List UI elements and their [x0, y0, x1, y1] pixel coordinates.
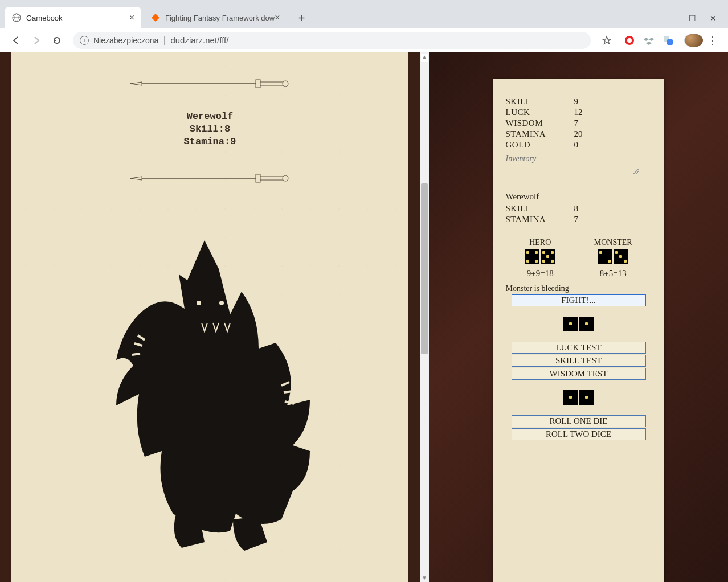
kebab-menu-icon[interactable]: ⋮ — [707, 34, 718, 47]
fight-button[interactable]: FIGHT!... — [512, 294, 646, 306]
die-icon — [563, 390, 578, 405]
close-icon[interactable]: × — [275, 13, 280, 23]
star-icon[interactable] — [599, 32, 615, 48]
character-sheet-pane: SKILL9 LUCK12 WISDOM7 STAMINA20 GOLD0 We… — [429, 52, 728, 582]
svg-point-20 — [197, 301, 201, 305]
monster-combat-column: MONSTER 8+5=13 — [594, 238, 632, 278]
url-box[interactable]: i Niezabezpieczona dudziarz.net/fff/ — [73, 32, 591, 49]
svg-point-18 — [139, 331, 179, 366]
svg-rect-11 — [260, 82, 283, 85]
extensions — [624, 35, 674, 46]
forward-button[interactable] — [28, 32, 44, 48]
tab-title: Fighting Fantasy Framework dow — [165, 14, 275, 22]
sword-divider-icon — [125, 69, 296, 98]
werewolf-illustration — [91, 235, 330, 554]
browser-titlebar: Gamebook × Fighting Fantasy Framework do… — [0, 0, 728, 28]
close-icon[interactable]: × — [129, 13, 134, 23]
scrollbar-thumb[interactable] — [421, 183, 428, 354]
luck-test-button[interactable]: LUCK TEST — [512, 342, 646, 354]
svg-point-12 — [283, 81, 288, 87]
maximize-icon[interactable]: ☐ — [689, 14, 696, 23]
enemy-name: Werewolf — [11, 110, 408, 123]
url-text: dudziarz.net/fff/ — [170, 35, 228, 45]
scroll-up-icon[interactable]: ▲ — [422, 54, 427, 60]
tab-title: Gamebook — [26, 14, 63, 22]
die-icon — [541, 249, 555, 264]
die-icon — [579, 317, 594, 331]
svg-point-17 — [283, 175, 288, 181]
stat-row: SKILL8 — [506, 204, 652, 214]
die-icon — [614, 249, 628, 264]
svg-rect-15 — [256, 174, 260, 182]
profile-avatar[interactable] — [684, 34, 703, 47]
hero-calc: 9+9=18 — [525, 269, 555, 278]
die-icon — [598, 249, 612, 264]
story-pane: Werewolf Skill:8 Stamina:9 — [0, 52, 420, 582]
die-icon — [563, 317, 578, 331]
svg-rect-7 — [667, 39, 673, 45]
svg-marker-14 — [130, 177, 142, 180]
roll-two-button[interactable]: ROLL TWO DICE — [512, 428, 646, 440]
enemy-stamina: Stamina:9 — [11, 136, 408, 148]
svg-marker-9 — [130, 82, 142, 85]
die-icon — [579, 390, 594, 405]
svg-rect-10 — [256, 80, 260, 88]
back-button[interactable] — [8, 32, 24, 48]
svg-point-5 — [627, 38, 632, 43]
skill-test-button[interactable]: SKILL TEST — [512, 355, 646, 367]
combat-section: HERO 9+9=18 MONSTER 8+5=13 — [506, 238, 652, 306]
enemy-stat-block: Werewolf Skill:8 Stamina:9 — [11, 110, 408, 148]
test-dice-display — [506, 317, 652, 331]
browser-address-bar: i Niezabezpieczona dudziarz.net/fff/ ⋮ — [0, 28, 728, 52]
globe-icon — [11, 13, 22, 23]
enemy-skill: Skill:8 — [11, 123, 408, 136]
stat-row: STAMINA20 — [506, 129, 652, 139]
hero-combat-column: HERO 9+9=18 — [525, 238, 555, 278]
close-window-icon[interactable]: ✕ — [710, 14, 717, 23]
wisdom-test-button[interactable]: WISDOM TEST — [512, 368, 646, 380]
translate-icon[interactable] — [662, 35, 674, 46]
svg-point-19 — [246, 376, 289, 412]
new-tab-button[interactable]: + — [294, 10, 310, 26]
die-icon — [525, 249, 539, 264]
roll-dice-display — [506, 390, 652, 405]
stat-row: GOLD0 — [506, 140, 652, 150]
stat-row: SKILL9 — [506, 97, 652, 106]
dropbox-icon[interactable] — [643, 35, 655, 46]
stat-row: WISDOM7 — [506, 118, 652, 128]
minimize-icon[interactable]: — — [667, 14, 675, 23]
browser-tab-inactive[interactable]: Fighting Fantasy Framework dow × — [144, 7, 287, 28]
security-indicator[interactable]: i Niezabezpieczona — [80, 36, 165, 45]
hero-stats: SKILL9 LUCK12 WISDOM7 STAMINA20 GOLD0 — [506, 97, 652, 173]
sword-divider-icon — [125, 164, 296, 192]
scroll-down-icon[interactable]: ▼ — [422, 575, 427, 581]
svg-rect-16 — [260, 177, 283, 180]
roll-one-button[interactable]: ROLL ONE DIE — [512, 415, 646, 427]
combat-status: Monster is bleeding — [506, 284, 652, 293]
window-controls: — ☐ ✕ — [667, 14, 728, 28]
character-sheet: SKILL9 LUCK12 WISDOM7 STAMINA20 GOLD0 We… — [493, 79, 664, 582]
parchment-page: Werewolf Skill:8 Stamina:9 — [11, 52, 408, 582]
monster-name: Werewolf — [506, 192, 652, 202]
inventory-input[interactable] — [506, 154, 638, 170]
vertical-scrollbar[interactable]: ▲ ▼ — [420, 52, 429, 582]
reload-button[interactable] — [49, 32, 65, 48]
svg-point-21 — [219, 301, 224, 305]
adblock-icon[interactable] — [624, 35, 635, 46]
stat-row: LUCK12 — [506, 108, 652, 117]
stat-row: STAMINA7 — [506, 215, 652, 224]
monster-stats: Werewolf SKILL8 STAMINA7 — [506, 192, 652, 224]
browser-tab-active[interactable]: Gamebook × — [5, 7, 141, 28]
info-icon: i — [80, 36, 89, 45]
monster-calc: 8+5=13 — [594, 269, 632, 278]
svg-rect-3 — [152, 14, 159, 22]
sourceforge-icon — [150, 13, 161, 23]
